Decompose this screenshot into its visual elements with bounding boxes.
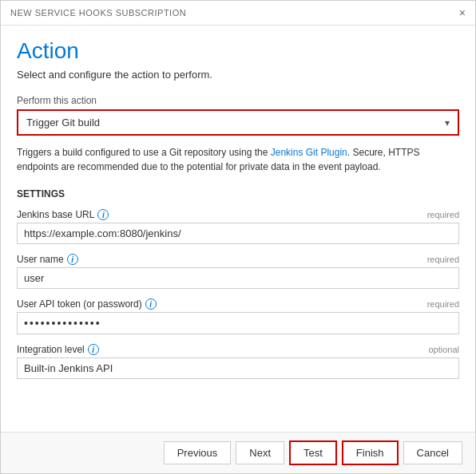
dialog: NEW SERVICE HOOKS SUBSCRIPTION × Action … (0, 0, 476, 474)
user-name-info-icon[interactable]: i (67, 254, 78, 265)
action-dropdown[interactable]: Trigger Git build (18, 111, 458, 134)
page-title: Action (17, 38, 459, 64)
action-dropdown-wrapper: Trigger Git build ▾ (17, 109, 459, 136)
action-field: Perform this action Trigger Git build ▾ (17, 95, 459, 136)
user-api-token-field: User API token (or password) i required (17, 298, 459, 334)
settings-header: SETTINGS (17, 188, 459, 199)
page-subtitle: Select and configure the action to perfo… (17, 69, 459, 81)
close-icon[interactable]: × (459, 7, 466, 18)
cancel-button[interactable]: Cancel (403, 441, 462, 464)
dialog-title: NEW SERVICE HOOKS SUBSCRIPTION (10, 8, 186, 18)
finish-button[interactable]: Finish (342, 440, 399, 465)
integration-level-label: Integration level i (17, 344, 99, 355)
previous-button[interactable]: Previous (164, 441, 232, 464)
action-field-label: Perform this action (17, 95, 459, 106)
user-api-token-info-icon[interactable]: i (145, 298, 157, 310)
integration-level-field: Integration level i optional (17, 344, 459, 379)
integration-level-badge: optional (428, 345, 459, 354)
next-button[interactable]: Next (236, 441, 284, 464)
user-api-token-badge: required (427, 299, 459, 309)
dialog-body: Action Select and configure the action t… (1, 26, 475, 432)
jenkins-base-url-header: Jenkins base URL i required (17, 209, 459, 220)
user-api-token-header: User API token (or password) i required (17, 298, 459, 310)
user-api-token-label: User API token (or password) i (17, 298, 157, 310)
user-name-input[interactable] (17, 267, 459, 289)
jenkins-base-url-badge: required (427, 210, 459, 219)
test-button[interactable]: Test (289, 440, 337, 465)
user-name-badge: required (427, 255, 459, 264)
description-text: Triggers a build configured to use a Git… (17, 145, 459, 174)
user-name-header: User name i required (17, 254, 459, 265)
jenkins-base-url-input[interactable] (17, 223, 459, 244)
jenkins-base-url-label: Jenkins base URL i (17, 209, 109, 220)
jenkins-git-plugin-link[interactable]: Jenkins Git Plugin (271, 147, 347, 158)
dialog-header: NEW SERVICE HOOKS SUBSCRIPTION × (1, 1, 475, 26)
user-api-token-input[interactable] (17, 312, 459, 334)
user-name-label: User name i (17, 254, 78, 265)
integration-level-header: Integration level i optional (17, 344, 459, 355)
jenkins-base-url-field: Jenkins base URL i required (17, 209, 459, 244)
user-name-field: User name i required (17, 254, 459, 289)
jenkins-base-url-info-icon[interactable]: i (97, 209, 109, 220)
dialog-footer: Previous Next Test Finish Cancel (1, 432, 475, 473)
integration-level-info-icon[interactable]: i (88, 344, 99, 355)
integration-level-input[interactable] (17, 357, 459, 379)
